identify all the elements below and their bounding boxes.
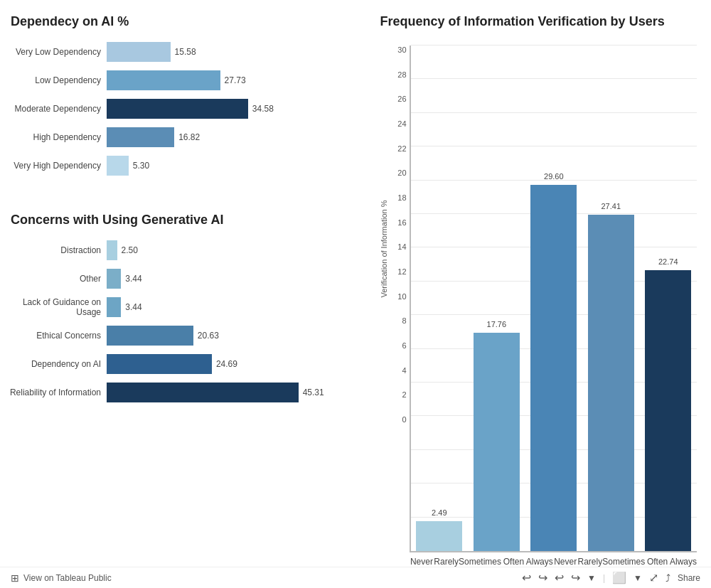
dep-bar-label: High Dependency: [7, 132, 107, 142]
y-tick: 0: [402, 415, 406, 440]
vbar-x-label: Rarely: [578, 552, 603, 567]
dep-bar-label: Very High Dependency: [7, 161, 107, 171]
footer-controls[interactable]: ↩ ↪ ↩ ↪ ▼ | ⬜ ▼ ⤢ ⤴ Share: [522, 571, 700, 584]
undo2-icon[interactable]: ↩: [555, 571, 564, 584]
device-icon[interactable]: ⬜: [612, 571, 626, 584]
undo-icon[interactable]: ↩: [522, 571, 531, 584]
con-bar-label: Distraction: [7, 245, 107, 255]
expand-icon[interactable]: ⤢: [649, 571, 658, 584]
tableau-label[interactable]: View on Tableau Public: [23, 573, 112, 583]
y-tick: 12: [397, 267, 406, 292]
share-icon[interactable]: ⤴: [665, 572, 670, 584]
dep-bar-value: 16.82: [178, 132, 200, 142]
x-axis-labels: NeverRarelySometimesOftenAlwaysNeverRare…: [410, 552, 697, 567]
con-bar-row: Distraction 2.50: [7, 240, 356, 260]
con-bar-row: Ethical Concerns 20.63: [7, 326, 356, 346]
y-tick: 20: [397, 169, 406, 193]
dep-bar-value: 34.58: [252, 104, 274, 114]
y-axis-label: Verification of Information %: [380, 192, 388, 306]
vbar-x-label: Sometimes: [459, 552, 501, 567]
dep-bar-value: 5.30: [133, 161, 149, 171]
con-bar-row: Dependency on AI 24.69: [7, 354, 356, 374]
dep-bar-track: 16.82: [107, 127, 356, 147]
vbar-area: 2.4917.7629.6027.4122.74: [410, 46, 697, 552]
con-bar-value: 45.31: [303, 387, 324, 397]
vbar-top-label: 29.60: [544, 172, 564, 181]
y-tick: 14: [397, 242, 406, 267]
vbar-x-label: Always: [526, 552, 553, 567]
vbar-fill: 29.60: [530, 185, 577, 551]
y-tick: 28: [397, 70, 406, 95]
con-bar-fill: [107, 297, 121, 317]
dep-bar-track: 27.73: [107, 70, 356, 90]
con-bar-row: Lack of Guidance on Usage 3.44: [7, 297, 356, 317]
con-bar-value: 24.69: [216, 359, 237, 369]
y-tick: 4: [402, 366, 406, 391]
dep-bar-fill: [107, 99, 248, 119]
gridline: [411, 146, 697, 146]
y-tick: 30: [397, 46, 406, 70]
share-label[interactable]: Share: [678, 573, 700, 583]
arrow-down-icon[interactable]: ▼: [587, 573, 596, 583]
redo-icon[interactable]: ↪: [538, 571, 547, 584]
dep-bar-value: 27.73: [225, 75, 246, 85]
footer-left[interactable]: ⊞ View on Tableau Public: [11, 572, 112, 584]
vbar-top-label: 17.76: [487, 320, 507, 328]
vbar-x-label: Often: [501, 552, 526, 567]
vbar-group: 27.41: [582, 46, 639, 551]
con-bar-label: Other: [7, 274, 107, 284]
dep-bar-track: 34.58: [107, 99, 356, 119]
vbar-x-label: Often: [645, 552, 670, 567]
vbar-x-label: Rarely: [434, 552, 459, 567]
dependency-chart: Very Low Dependency 15.58 Low Dependency…: [7, 42, 356, 184]
y-tick: 22: [397, 144, 406, 169]
con-bar-label: Dependency on AI: [7, 359, 107, 369]
y-tick: 8: [402, 316, 406, 341]
dep-bar-track: 15.58: [107, 42, 356, 62]
con-bar-row: Other 3.44: [7, 269, 356, 289]
y-axis-ticks: 302826242220181614121086420: [390, 46, 410, 567]
footer: ⊞ View on Tableau Public ↩ ↪ ↩ ↪ ▼ | ⬜ ▼…: [0, 567, 711, 588]
con-bar-label: Lack of Guidance on Usage: [7, 297, 107, 317]
dep-bar-row: Very Low Dependency 15.58: [7, 42, 356, 62]
con-bar-fill: [107, 383, 299, 402]
y-tick: 10: [397, 292, 406, 317]
dep-bar-label: Moderate Dependency: [7, 104, 107, 114]
y-tick: 24: [397, 119, 406, 144]
con-bar-fill: [107, 326, 193, 346]
vbar-top-label: 27.41: [602, 202, 621, 210]
con-bar-track: 2.50: [107, 240, 356, 260]
gridline: [411, 112, 697, 113]
redo2-icon[interactable]: ↪: [571, 571, 580, 584]
dep-bar-label: Low Dependency: [7, 75, 107, 85]
right-panel: Frequency of Information Verification by…: [363, 14, 704, 567]
dep-bar-row: High Dependency 16.82: [7, 127, 356, 147]
vbar-x-label: Never: [410, 552, 434, 567]
con-bar-track: 45.31: [107, 383, 356, 402]
con-bar-track: 3.44: [107, 269, 356, 289]
arrow-down2-icon[interactable]: ▼: [634, 573, 642, 583]
vbar-fill: 27.41: [588, 215, 634, 551]
dep-bar-fill: [107, 42, 171, 62]
frequency-chart-title: Frequency of Information Verification by…: [380, 14, 697, 29]
con-bar-fill: [107, 354, 212, 374]
vbar-x-label: Always: [670, 552, 697, 567]
y-tick: 2: [402, 390, 406, 415]
con-bar-track: 24.69: [107, 354, 356, 374]
gridline: [411, 45, 697, 46]
dep-bar-value: 15.58: [175, 47, 196, 57]
con-bar-label: Reliability of Information: [7, 387, 107, 397]
dependency-chart-title: Dependecy on AI %: [11, 14, 356, 29]
con-bar-value: 20.63: [198, 331, 219, 341]
vbar-fill: 2.49: [416, 521, 462, 551]
y-tick: 16: [397, 218, 406, 243]
y-tick: 6: [402, 341, 406, 366]
concerns-chart-title: Concerns with Using Generative AI: [11, 213, 356, 228]
con-bar-value: 2.50: [122, 245, 138, 255]
con-bar-value: 3.44: [125, 302, 141, 312]
dep-bar-fill: [107, 156, 129, 176]
y-tick: 26: [397, 95, 406, 119]
con-bar-track: 3.44: [107, 297, 356, 317]
gridline: [411, 78, 697, 79]
con-bar-fill: [107, 269, 121, 289]
